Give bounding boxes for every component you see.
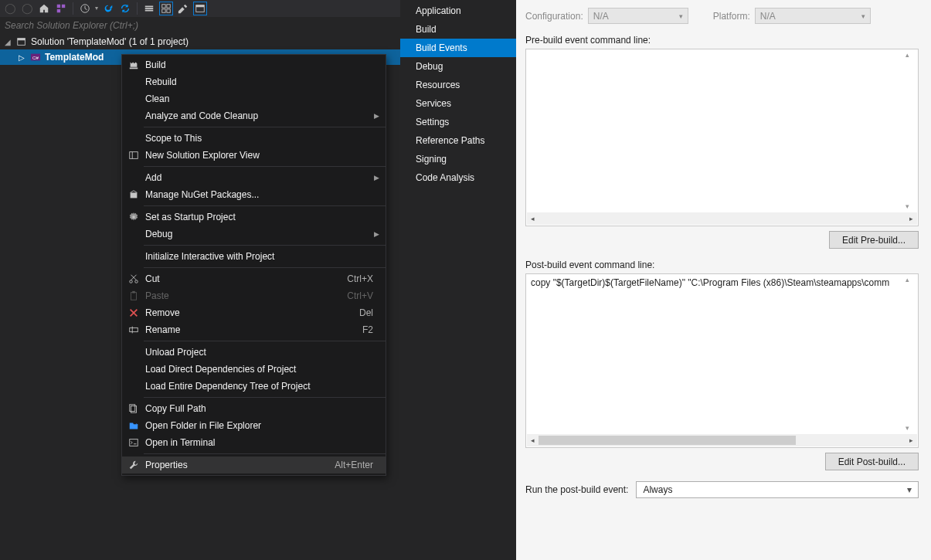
show-all-icon[interactable] bbox=[159, 2, 173, 15]
menu-item-label: Unload Project bbox=[145, 347, 379, 358]
expand-icon[interactable]: ◢ bbox=[5, 38, 12, 46]
terminal-icon bbox=[122, 437, 145, 448]
menu-item-analyze-and-code-cleanup[interactable]: Analyze and Code Cleanup▶ bbox=[122, 107, 386, 124]
menu-item-copy-full-path[interactable]: Copy Full Path bbox=[122, 400, 386, 417]
back-icon[interactable]: ◯ bbox=[3, 2, 17, 15]
category-label: Reference Paths bbox=[416, 135, 484, 146]
menu-item-label: Debug bbox=[145, 229, 374, 239]
category-label: Code Analysis bbox=[416, 172, 474, 183]
menu-item-open-in-terminal[interactable]: Open in Terminal bbox=[122, 434, 386, 451]
category-application[interactable]: Application bbox=[400, 2, 516, 20]
platform-label: Platform: bbox=[713, 11, 750, 22]
menu-item-set-as-startup-project[interactable]: Set as Startup Project bbox=[122, 209, 386, 226]
svg-rect-8 bbox=[167, 4, 170, 7]
category-label: Settings bbox=[416, 117, 449, 127]
svg-rect-7 bbox=[162, 4, 165, 7]
edit-prebuild-button[interactable]: Edit Pre-build... bbox=[829, 231, 919, 249]
config-row: Configuration: N/A ▾ Platform: N/A ▾ bbox=[525, 8, 919, 24]
wrench-icon bbox=[122, 460, 145, 470]
cut-icon bbox=[122, 273, 145, 284]
project-context-menu: BuildRebuildCleanAnalyze and Code Cleanu… bbox=[121, 54, 386, 476]
chevron-down-icon: ▾ bbox=[907, 484, 912, 495]
menu-item-label: Clean bbox=[145, 93, 379, 104]
separator bbox=[144, 127, 386, 127]
category-reference-paths[interactable]: Reference Paths bbox=[400, 131, 516, 150]
hscroll[interactable]: ◂▸ bbox=[527, 212, 917, 225]
newview-icon bbox=[122, 150, 145, 161]
menu-item-debug[interactable]: Debug▶ bbox=[122, 226, 386, 243]
menu-item-build[interactable]: Build bbox=[122, 56, 386, 73]
menu-item-load-entire-dependency-tree-of-project[interactable]: Load Entire Dependency Tree of Project bbox=[122, 378, 386, 395]
category-signing[interactable]: Signing bbox=[400, 150, 516, 168]
menu-item-unload-project[interactable]: Unload Project bbox=[122, 344, 386, 361]
svg-point-24 bbox=[135, 280, 138, 283]
svg-rect-16 bbox=[18, 39, 25, 41]
run-postbuild-combo[interactable]: Always ▾ bbox=[636, 481, 919, 498]
menu-item-cut[interactable]: CutCtrl+X bbox=[122, 270, 386, 287]
separator bbox=[144, 166, 386, 167]
menu-item-label: Copy Full Path bbox=[145, 403, 379, 414]
edit-postbuild-button[interactable]: Edit Post-build... bbox=[825, 453, 919, 470]
csharp-project-icon: C# bbox=[29, 51, 42, 63]
menu-item-rename[interactable]: RenameF2 bbox=[122, 321, 386, 338]
menu-item-label: Remove bbox=[145, 307, 359, 318]
openfolder-icon bbox=[122, 420, 145, 431]
refresh-icon[interactable] bbox=[101, 2, 115, 15]
category-code-analysis[interactable]: Code Analysis bbox=[400, 168, 516, 187]
separator bbox=[144, 245, 386, 246]
category-settings[interactable]: Settings bbox=[400, 113, 516, 131]
chevron-down-icon[interactable]: ▾ bbox=[95, 5, 98, 12]
category-build-events[interactable]: Build Events bbox=[400, 39, 516, 57]
menu-item-open-folder-in-file-explorer[interactable]: Open Folder in File Explorer bbox=[122, 417, 386, 434]
category-services[interactable]: Services bbox=[400, 94, 516, 113]
rename-icon bbox=[122, 324, 145, 335]
solution-icon[interactable] bbox=[54, 2, 68, 15]
menu-item-remove[interactable]: RemoveDel bbox=[122, 304, 386, 321]
menu-item-label: Rename bbox=[145, 324, 362, 335]
home-icon[interactable] bbox=[37, 2, 51, 15]
run-postbuild-label: Run the post-build event: bbox=[525, 484, 628, 495]
menu-item-paste: PasteCtrl+V bbox=[122, 287, 386, 304]
properties-icon[interactable] bbox=[176, 2, 190, 15]
expand-icon[interactable]: ▷ bbox=[19, 53, 26, 62]
separator bbox=[137, 2, 138, 15]
menu-item-initialize-interactive-with-project[interactable]: Initialize Interactive with Project bbox=[122, 248, 386, 265]
solution-root[interactable]: ◢ Solution 'TemplateMod' (1 of 1 project… bbox=[0, 34, 400, 49]
menu-item-label: Build bbox=[145, 59, 379, 70]
category-debug[interactable]: Debug bbox=[400, 57, 516, 76]
platform-combo[interactable]: N/A ▾ bbox=[755, 8, 871, 24]
prebuild-textarea[interactable]: ▴▾ ◂▸ bbox=[525, 49, 919, 226]
nuget-icon bbox=[122, 189, 145, 200]
menu-item-properties[interactable]: PropertiesAlt+Enter bbox=[122, 456, 386, 473]
menu-item-add[interactable]: Add▶ bbox=[122, 169, 386, 186]
category-label: Application bbox=[416, 5, 461, 16]
run-postbuild-row: Run the post-build event: Always ▾ bbox=[525, 481, 919, 498]
menu-item-manage-nuget-packages[interactable]: Manage NuGet Packages... bbox=[122, 186, 386, 203]
menu-item-load-direct-dependencies-of-project[interactable]: Load Direct Dependencies of Project bbox=[122, 361, 386, 378]
configuration-combo[interactable]: N/A ▾ bbox=[588, 8, 688, 24]
menu-item-rebuild[interactable]: Rebuild bbox=[122, 73, 386, 90]
category-label: Build Events bbox=[416, 42, 467, 53]
menu-item-scope-to-this[interactable]: Scope to This bbox=[122, 130, 386, 147]
menu-item-clean[interactable]: Clean bbox=[122, 90, 386, 107]
category-label: Debug bbox=[416, 61, 443, 72]
menu-item-label: Open in Terminal bbox=[145, 437, 379, 448]
separator bbox=[144, 453, 386, 454]
history-icon[interactable] bbox=[78, 2, 92, 15]
category-resources[interactable]: Resources bbox=[400, 76, 516, 94]
prebuild-label: Pre-build event command line: bbox=[525, 35, 919, 46]
collapse-icon[interactable] bbox=[142, 2, 156, 15]
forward-icon[interactable]: ◯ bbox=[20, 2, 34, 15]
postbuild-textarea[interactable]: copy "$(TargetDir)$(TargetFileName)" "C:… bbox=[525, 273, 919, 448]
preview-icon[interactable] bbox=[193, 2, 207, 15]
solution-root-label: Solution 'TemplateMod' (1 of 1 project) bbox=[31, 36, 189, 47]
menu-item-label: Scope to This bbox=[145, 133, 379, 144]
menu-item-new-solution-explorer-view[interactable]: New Solution Explorer View bbox=[122, 147, 386, 164]
hscroll[interactable]: ◂▸ bbox=[527, 434, 917, 446]
submenu-arrow-icon: ▶ bbox=[374, 230, 379, 238]
vscroll[interactable]: ▴▾ bbox=[906, 276, 916, 432]
category-build[interactable]: Build bbox=[400, 20, 516, 39]
vscroll[interactable]: ▴▾ bbox=[906, 51, 916, 210]
category-label: Resources bbox=[416, 80, 460, 90]
sync-icon[interactable] bbox=[118, 2, 132, 15]
